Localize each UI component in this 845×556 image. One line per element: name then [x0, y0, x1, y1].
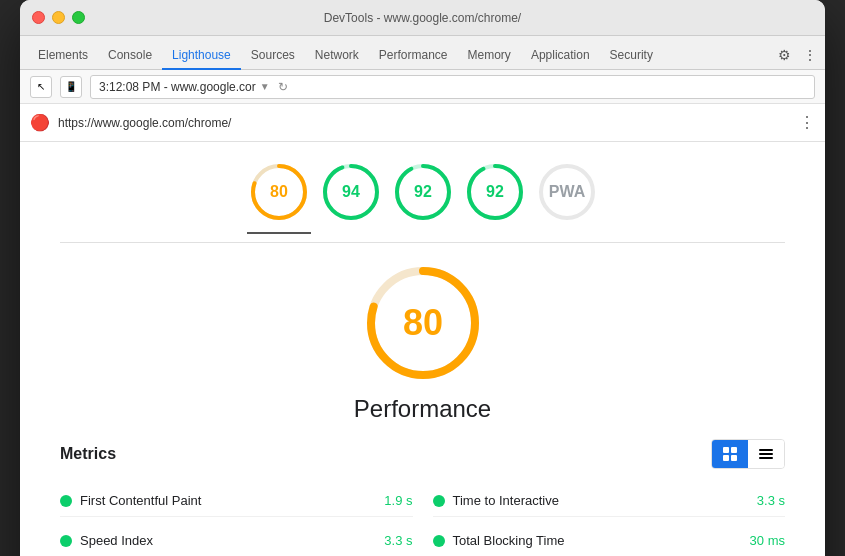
svg-rect-18 [731, 447, 737, 453]
tab-address[interactable]: 3:12:08 PM - www.google.cor ▼ ↻ [90, 75, 815, 99]
tab-memory[interactable]: Memory [458, 42, 521, 70]
svg-text:92: 92 [486, 183, 504, 200]
score-circle-svg-0: 80 [249, 162, 309, 222]
lighthouse-url-bar: 🔴 https://www.google.com/chrome/ ⋮ [20, 104, 825, 142]
metric-status-dot [60, 495, 72, 507]
svg-rect-22 [759, 453, 773, 455]
svg-rect-23 [759, 457, 773, 459]
metric-row-fcp: First Contentful Paint 1.9 s [60, 485, 413, 517]
metric-value: 1.9 s [384, 493, 412, 508]
inspect-button[interactable]: ↖ [30, 76, 52, 98]
score-performance[interactable]: 80 [249, 162, 309, 222]
score-circle-svg-1: 94 [321, 162, 381, 222]
tab-network[interactable]: Network [305, 42, 369, 70]
metric-status-dot [433, 495, 445, 507]
list-view-button[interactable] [748, 440, 784, 468]
metric-status-dot [60, 535, 72, 547]
svg-rect-20 [731, 455, 737, 461]
tab-application[interactable]: Application [521, 42, 600, 70]
score-accessibility[interactable]: 94 [321, 162, 381, 222]
metric-value: 3.3 s [384, 533, 412, 548]
cursor-icon: ↖ [37, 81, 45, 92]
svg-text:92: 92 [414, 183, 432, 200]
metrics-grid: First Contentful Paint 1.9 s Time to Int… [60, 485, 785, 556]
metric-name: Time to Interactive [453, 493, 749, 508]
grid-view-button[interactable] [712, 440, 748, 468]
more-options-icon[interactable]: ⋮ [799, 113, 815, 132]
lighthouse-logo: 🔴 [30, 113, 50, 132]
metric-name: Total Blocking Time [453, 533, 742, 548]
metrics-section: Metrics [20, 439, 825, 556]
svg-rect-17 [723, 447, 729, 453]
metric-value: 30 ms [750, 533, 785, 548]
svg-text:80: 80 [270, 183, 288, 200]
metric-name: Speed Index [80, 533, 376, 548]
svg-text:94: 94 [342, 183, 360, 200]
metrics-view-buttons [711, 439, 785, 469]
main-score-section: 80 Performance [20, 243, 825, 439]
metric-row-tti: Time to Interactive 3.3 s [433, 485, 786, 517]
metric-name: First Contentful Paint [80, 493, 376, 508]
score-seo[interactable]: 92 [465, 162, 525, 222]
device-toggle-button[interactable]: 📱 [60, 76, 82, 98]
devtools-tabs: Elements Console Lighthouse Sources Netw… [20, 36, 825, 70]
performance-title: Performance [354, 395, 491, 423]
svg-rect-21 [759, 449, 773, 451]
svg-text:80: 80 [402, 302, 442, 343]
address-arrow: ▼ [260, 81, 270, 92]
title-bar: DevTools - www.google.com/chrome/ [20, 0, 825, 36]
metric-row-si: Speed Index 3.3 s [60, 525, 413, 556]
tab-sources[interactable]: Sources [241, 42, 305, 70]
tab-address-text: 3:12:08 PM - www.google.cor [99, 80, 256, 94]
score-circle-svg-4: PWA [537, 162, 597, 222]
tab-lighthouse[interactable]: Lighthouse [162, 42, 241, 70]
window-title: DevTools - www.google.com/chrome/ [32, 11, 813, 25]
svg-text:PWA: PWA [548, 183, 585, 200]
close-button[interactable] [32, 11, 45, 24]
refresh-icon[interactable]: ↻ [278, 80, 288, 94]
score-circle-svg-2: 92 [393, 162, 453, 222]
traffic-lights [32, 11, 85, 24]
scores-row: 80 94 92 92 [20, 142, 825, 232]
metrics-title: Metrics [60, 445, 116, 463]
maximize-button[interactable] [72, 11, 85, 24]
tab-console[interactable]: Console [98, 42, 162, 70]
svg-rect-19 [723, 455, 729, 461]
score-pwa[interactable]: PWA [537, 162, 597, 222]
main-score-circle: 80 [363, 263, 483, 383]
device-icon: 📱 [65, 81, 77, 92]
browser-window: DevTools - www.google.com/chrome/ Elemen… [20, 0, 825, 556]
metric-row-tbt: Total Blocking Time 30 ms [433, 525, 786, 556]
score-circle-svg-3: 92 [465, 162, 525, 222]
address-bar: ↖ 📱 3:12:08 PM - www.google.cor ▼ ↻ [20, 70, 825, 104]
tab-security[interactable]: Security [600, 42, 663, 70]
minimize-button[interactable] [52, 11, 65, 24]
tab-performance[interactable]: Performance [369, 42, 458, 70]
metric-status-dot [433, 535, 445, 547]
score-best-practices[interactable]: 92 [393, 162, 453, 222]
settings-icon[interactable]: ⚙ [778, 47, 791, 63]
metrics-header: Metrics [60, 439, 785, 469]
more-icon[interactable]: ⋮ [803, 47, 817, 63]
lighthouse-url-text: https://www.google.com/chrome/ [58, 116, 231, 130]
tab-elements[interactable]: Elements [28, 42, 98, 70]
metric-value: 3.3 s [757, 493, 785, 508]
tab-icons: ⚙ ⋮ [778, 47, 817, 69]
